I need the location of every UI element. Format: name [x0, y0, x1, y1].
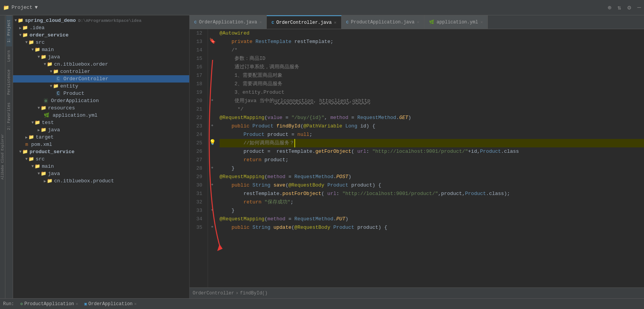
- tab-close-app-yml[interactable]: ✕: [481, 20, 483, 25]
- root-path: D:\AProgramWorkSpace\idea: [78, 18, 142, 23]
- code-line-31: restTemplate.postForObject( url: "http:/…: [220, 190, 644, 198]
- root-name: spring_cloud_demo: [25, 18, 76, 23]
- bulb-25[interactable]: 💡: [209, 139, 216, 145]
- order-controller-label: OrderController: [63, 76, 108, 82]
- code-line-30: public String save(@RequestBody Product …: [220, 181, 644, 190]
- run-tab-order[interactable]: ▣ OrderApplication ✕: [84, 301, 137, 307]
- tree-target[interactable]: ▶ 📁 target: [13, 134, 189, 141]
- tree-idea[interactable]: ▶ 📁 .idea: [13, 24, 189, 31]
- settings-icon[interactable]: ⚙: [627, 4, 631, 12]
- product-java-label: java: [48, 171, 60, 177]
- app-yml-icon: 🌿: [44, 112, 50, 118]
- order-app-close[interactable]: ✕: [134, 301, 137, 306]
- tab-order-controller[interactable]: C OrderController.java ✕: [267, 15, 341, 29]
- sync-icon[interactable]: ⇅: [618, 4, 621, 12]
- product-label: Product: [63, 91, 84, 96]
- project-dropdown[interactable]: 📁 Project ▼: [3, 5, 38, 11]
- breadcrumb-sep: ›: [236, 291, 238, 296]
- tree-product-main[interactable]: ▼ 📁 main: [13, 163, 189, 170]
- root-folder-icon: 📁: [18, 18, 23, 23]
- tree-root[interactable]: ▼ 📁 spring_cloud_demo D:\AProgramWorkSpa…: [13, 17, 189, 24]
- minimize-icon[interactable]: —: [637, 4, 641, 11]
- tab-close-order-app[interactable]: ✕: [259, 20, 262, 25]
- code-line-14: /*: [220, 46, 644, 55]
- editor-area: C OrderApplication.java ✕ C OrderControl…: [190, 15, 644, 298]
- project-label: Project: [12, 5, 33, 10]
- tree-product-src[interactable]: ▼ 📁 src: [13, 155, 189, 163]
- expand-arrow: ▼: [15, 18, 17, 23]
- java-1-label: java: [48, 54, 60, 60]
- breadcrumb-bar: OrderController › findById(): [190, 288, 644, 298]
- tab-application-yml[interactable]: 🌿 application.yml ✕: [424, 15, 488, 29]
- product-java-icon: C: [56, 91, 60, 96]
- tab-bar: C OrderApplication.java ✕ C OrderControl…: [190, 15, 644, 29]
- pom-icon: m: [25, 142, 28, 147]
- tree-controller[interactable]: ▼ 📁 controller: [13, 68, 189, 75]
- order-app-label: OrderApplication: [51, 98, 99, 104]
- run-tab-product[interactable]: ⚙ ProductApplication ✕: [20, 301, 78, 307]
- tab-icon-product-app: C: [346, 20, 349, 25]
- tab-product-application[interactable]: C ProductApplication.java ✕: [342, 15, 424, 29]
- tree-product[interactable]: C Product: [13, 90, 189, 97]
- bookmark-35: ◆: [211, 225, 213, 229]
- order-service-label: order_service: [30, 32, 68, 38]
- target-folder-icon: 📁: [28, 134, 34, 140]
- tab-label-app-yml: application.yml: [437, 20, 478, 25]
- tree-product-service[interactable]: ▼ 📁 product_service: [13, 148, 189, 155]
- code-content[interactable]: @Autowired private RestTemplate restTemp…: [216, 29, 644, 288]
- tree-src-1[interactable]: ▼ 📁 src: [13, 39, 189, 46]
- tree-package-product[interactable]: ▶ 📁 cn.itbluebox.product: [13, 177, 189, 185]
- code-line-27: return product;: [220, 156, 644, 164]
- tree-order-app[interactable]: ⚙ OrderApplication: [13, 97, 189, 104]
- tree-resources[interactable]: ▼ 📁 resources: [13, 104, 189, 112]
- main-area: Alibaba Cloud Explorer 1: Project Learn …: [0, 15, 644, 298]
- product-app-run-icon: ⚙: [20, 301, 23, 306]
- code-line-33: }: [220, 207, 644, 215]
- tab-close-order-ctrl[interactable]: ✕: [334, 20, 337, 25]
- code-line-25: //如何调用商品服务？: [220, 139, 644, 147]
- project-sidebar-labels: 1: Project Learn Persistence 2: Favorite…: [5, 15, 13, 298]
- folder-icon: 📁: [3, 5, 9, 11]
- line-numbers: 12 13 14 15 16 17 18 19 20 21 22 23 24 2…: [190, 29, 208, 288]
- pom-label: pom.xml: [31, 142, 52, 147]
- sidebar-project-label[interactable]: 1: Project: [6, 15, 12, 46]
- src-1-label: src: [36, 40, 45, 45]
- tree-order-service[interactable]: ▼ 📁 order_service: [13, 31, 189, 39]
- dropdown-arrow: ▼: [35, 5, 38, 10]
- tree-package-order[interactable]: ▼ 📁 cn.itbluebox.order: [13, 61, 189, 68]
- tab-close-product-app[interactable]: ✕: [417, 20, 419, 25]
- code-line-22: @RequestMapping(value = "/buy/{id}", met…: [220, 114, 644, 122]
- code-line-34: @RequestMapping(method = RequestMethod.P…: [220, 215, 644, 223]
- tree-main-1[interactable]: ▼ 📁 main: [13, 46, 189, 53]
- sidebar-favorites-label[interactable]: 2: Favorites: [6, 99, 12, 134]
- code-line-18: 2、需要调用商品服务: [220, 80, 644, 88]
- code-editor[interactable]: 12 13 14 15 16 17 18 19 20 21 22 23 24 2…: [190, 29, 644, 288]
- breadcrumb-controller: OrderController: [193, 291, 234, 296]
- entity-label: entity: [60, 83, 78, 89]
- tree-test[interactable]: ▼ 📁 test: [13, 119, 189, 126]
- tree-test-java[interactable]: ▶ 📁 java: [13, 126, 189, 134]
- target-label: target: [36, 134, 54, 140]
- package-order-label: cn.itbluebox.order: [54, 61, 108, 67]
- tab-label-product-app: ProductApplication.java: [351, 20, 414, 25]
- tree-java-1[interactable]: ▼ 📁 java: [13, 53, 189, 61]
- product-src-label: src: [36, 156, 45, 162]
- alibaba-cloud-sidebar[interactable]: Alibaba Cloud Explorer: [0, 15, 5, 298]
- target-icon[interactable]: ⊕: [608, 4, 611, 12]
- tree-app-yml[interactable]: 🌿 application.yml: [13, 112, 189, 119]
- sidebar-learn-label[interactable]: Learn: [6, 46, 12, 66]
- tab-label-order-ctrl: OrderController.java: [276, 20, 332, 25]
- code-line-29: @RequestMapping(method = RequestMethod.P…: [220, 173, 644, 181]
- product-app-close[interactable]: ✕: [76, 301, 78, 306]
- tree-order-controller[interactable]: C OrderController: [13, 75, 189, 83]
- editor-wrapper: 12 13 14 15 16 17 18 19 20 21 22 23 24 2…: [190, 29, 644, 288]
- tab-order-application[interactable]: C OrderApplication.java ✕: [190, 15, 267, 29]
- tree-pom[interactable]: m pom.xml: [13, 141, 189, 148]
- tab-label-order-app: OrderApplication.java: [199, 20, 257, 25]
- test-java-label: java: [48, 127, 60, 133]
- sidebar-persistence-label[interactable]: Persistence: [6, 66, 12, 99]
- code-line-21: */: [220, 105, 644, 114]
- tree-entity[interactable]: ▼ 📁 entity: [13, 83, 189, 90]
- tree-product-java[interactable]: ▼ 📁 java: [13, 170, 189, 177]
- product-service-label: product_service: [30, 149, 74, 155]
